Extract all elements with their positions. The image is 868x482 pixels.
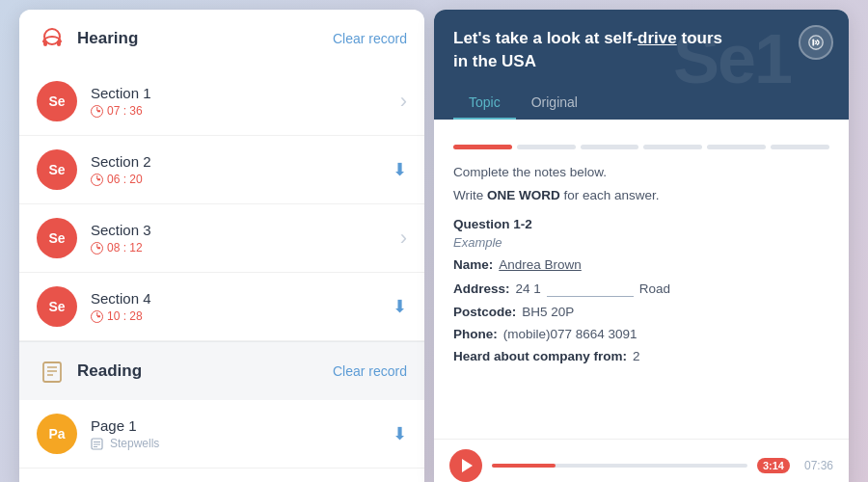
right-panel: Se1 Let's take a look at self-drive tour… — [434, 10, 849, 482]
right-header: Se1 Let's take a look at self-drive tour… — [434, 10, 849, 120]
chevron-right-icon — [400, 94, 407, 111]
page-1-name: Page 1 — [91, 417, 393, 434]
section-2-time: 06 : 20 — [91, 173, 393, 186]
progress-seg-5 — [707, 145, 766, 149]
section-3-avatar: Se — [37, 218, 77, 258]
page-1-subtitle: Stepwells — [91, 437, 393, 450]
question-label: Question 1-2 — [453, 217, 829, 231]
svg-rect-3 — [43, 362, 61, 382]
page-2-item[interactable]: Pa Page 2 — [19, 469, 424, 482]
reading-icon — [37, 356, 68, 387]
progress-seg-2 — [517, 145, 576, 149]
section-3-info: Section 3 08 : 12 — [91, 222, 400, 254]
section-3-item[interactable]: Se Section 3 08 : 12 — [19, 204, 424, 273]
reading-header-left: Reading — [37, 356, 142, 387]
section-1-name: Section 1 — [91, 85, 400, 101]
page-1-item[interactable]: Pa Page 1 Stepwells ⬇ — [19, 400, 424, 469]
postcode-value: BH5 20P — [522, 305, 574, 319]
section-4-name: Section 4 — [91, 290, 393, 307]
section-4-avatar: Se — [37, 286, 77, 327]
instruction-line-1: Complete the notes below. — [453, 163, 829, 182]
progress-seg-3 — [581, 145, 639, 149]
section-2-info: Section 2 06 : 20 — [91, 153, 393, 186]
page-1-avatar: Pa — [37, 414, 77, 454]
time-icon-3 — [91, 242, 103, 254]
player-track[interactable] — [492, 464, 747, 468]
section-4-time: 10 : 28 — [91, 309, 393, 323]
instruction-line-2: Write ONE WORD for each answer. — [453, 186, 829, 205]
section-4-download-icon[interactable]: ⬇ — [393, 296, 407, 317]
progress-seg-6 — [771, 145, 829, 149]
section-1-avatar: Se — [37, 81, 77, 121]
section-1-info: Section 1 07 : 36 — [91, 85, 400, 118]
section-2-name: Section 2 — [91, 153, 393, 170]
heard-label: Heard about company from: — [453, 349, 627, 363]
hearing-header: Hearing Clear record — [19, 10, 424, 67]
title-underline: drive — [637, 29, 677, 47]
section-1-action — [400, 89, 407, 114]
player-total-time: 07:36 — [800, 459, 833, 472]
reading-clear-button[interactable]: Clear record — [333, 363, 407, 379]
section-3-action — [400, 226, 407, 251]
address-label: Address: — [453, 281, 510, 296]
player-current-time: 3:14 — [757, 458, 790, 473]
player-progress — [492, 464, 556, 468]
hearing-header-left: Hearing — [37, 23, 138, 54]
section-1-item[interactable]: Se Section 1 07 : 36 — [19, 67, 424, 136]
reading-header: Reading Clear record — [19, 341, 424, 400]
section-2-avatar: Se — [37, 149, 77, 190]
heard-value: 2 — [633, 349, 640, 363]
section-1-time: 07 : 36 — [91, 104, 400, 118]
progress-seg-1 — [453, 145, 512, 149]
postcode-field-row: Postcode: BH5 20P — [453, 305, 829, 319]
example-label: Example — [453, 235, 829, 250]
phone-label: Phone: — [453, 327, 498, 341]
name-label: Name: — [453, 257, 493, 272]
tab-topic[interactable]: Topic — [453, 87, 516, 120]
hearing-clear-button[interactable]: Clear record — [333, 31, 407, 46]
hearing-title: Hearing — [77, 29, 138, 48]
section-list: Se Section 1 07 : 36 Se Section 2 06 : 2… — [19, 67, 424, 482]
watermark-text: Se1 — [673, 19, 791, 98]
time-icon — [91, 105, 103, 118]
name-value: Andrea Brown — [499, 257, 582, 272]
left-panel: Hearing Clear record Se Section 1 07 : 3… — [19, 10, 424, 482]
play-button[interactable] — [449, 449, 482, 482]
section-2-item[interactable]: Se Section 2 06 : 20 ⬇ — [19, 136, 424, 204]
address-number: 24 1 — [516, 281, 541, 296]
tab-original[interactable]: Original — [516, 87, 593, 120]
section-4-item[interactable]: Se Section 4 10 : 28 ⬇ — [19, 273, 424, 341]
bottom-player: 3:14 07:36 — [434, 439, 849, 482]
time-icon-4 — [91, 310, 103, 323]
page-1-download-icon[interactable]: ⬇ — [393, 423, 407, 444]
heard-field-row: Heard about company from: 2 — [453, 349, 829, 363]
audio-button[interactable] — [799, 25, 833, 60]
right-content: Complete the notes below. Write ONE WORD… — [434, 120, 849, 439]
address-blank-input[interactable] — [547, 280, 634, 297]
reading-title: Reading — [77, 362, 142, 381]
progress-seg-4 — [643, 145, 702, 149]
section-2-download-icon[interactable]: ⬇ — [393, 159, 407, 180]
chevron-right-icon-3 — [400, 231, 407, 248]
phone-field-row: Phone: (mobile)077 8664 3091 — [453, 327, 829, 341]
section-4-info: Section 4 10 : 28 — [91, 290, 393, 323]
page-1-info: Page 1 Stepwells — [91, 417, 393, 450]
section-3-time: 08 : 12 — [91, 241, 400, 254]
time-icon-2 — [91, 174, 103, 186]
name-field-row: Name: Andrea Brown — [453, 257, 829, 272]
section-3-name: Section 3 — [91, 222, 400, 238]
phone-value: (mobile)077 8664 3091 — [503, 327, 637, 341]
address-suffix: Road — [639, 281, 670, 296]
postcode-label: Postcode: — [453, 305, 516, 319]
progress-bar — [453, 145, 829, 149]
hearing-icon — [37, 23, 68, 54]
address-field-row: Address: 24 1 Road — [453, 280, 829, 297]
